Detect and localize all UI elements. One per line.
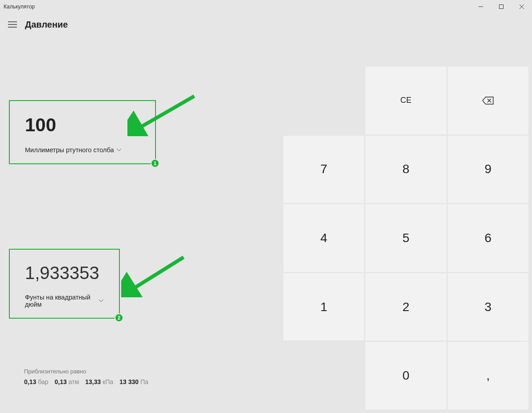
key-empty: [283, 67, 364, 134]
backspace-icon: [482, 97, 494, 105]
maximize-button[interactable]: [491, 0, 512, 13]
key-ce[interactable]: CE: [365, 67, 446, 134]
output-unit-label: Фунты на квадратный дюйм: [25, 294, 96, 308]
hamburger-icon: [8, 21, 17, 28]
key-9[interactable]: 9: [448, 136, 528, 203]
key-1[interactable]: 1: [283, 273, 364, 341]
key-decimal[interactable]: ,: [448, 342, 528, 409]
key-7[interactable]: 7: [283, 136, 364, 203]
key-2[interactable]: 2: [365, 273, 446, 341]
input-unit-select[interactable]: Миллиметры ртутного столба: [25, 146, 140, 154]
output-unit-select[interactable]: Фунты на квадратный дюйм: [25, 294, 104, 308]
output-value[interactable]: 1,933353: [25, 263, 104, 283]
annotation-badge-1: 1: [151, 159, 160, 168]
approx-item: 13,33кПа: [85, 378, 113, 385]
menu-button[interactable]: [2, 14, 23, 35]
close-button[interactable]: [512, 0, 532, 13]
key-3[interactable]: 3: [448, 273, 528, 341]
approx-item: 0,13атм: [55, 378, 79, 385]
key-4[interactable]: 4: [283, 204, 364, 272]
chevron-down-icon: [116, 147, 122, 153]
svg-line-10: [130, 257, 184, 291]
conversion-output-block: 1,933353 Фунты на квадратный дюйм 2: [9, 249, 120, 319]
window-title: Калькулятор: [4, 4, 35, 10]
conversion-input-block: 100 Миллиметры ртутного столба 1: [9, 100, 156, 164]
key-8[interactable]: 8: [365, 136, 446, 203]
input-value[interactable]: 100: [25, 114, 140, 136]
key-0[interactable]: 0: [365, 342, 446, 409]
input-unit-label: Миллиметры ртутного столба: [25, 146, 114, 154]
key-6[interactable]: 6: [448, 204, 528, 272]
key-empty: [283, 342, 364, 409]
page-title: Давление: [25, 20, 68, 30]
key-5[interactable]: 5: [365, 204, 446, 272]
key-backspace[interactable]: [448, 67, 528, 134]
keypad: CE 7 8 9 4 5 6 1 2 3 0 ,: [283, 67, 528, 409]
svg-rect-1: [499, 5, 503, 9]
approx-item: 13 330Па: [119, 378, 148, 385]
approx-item: 0,13бар: [24, 378, 49, 385]
chevron-down-icon: [98, 298, 104, 304]
minimize-button[interactable]: [471, 0, 491, 13]
annotation-badge-2: 2: [115, 313, 123, 322]
annotation-arrow-2: [121, 253, 188, 297]
approx-label: Приблизительно равно: [24, 368, 148, 375]
